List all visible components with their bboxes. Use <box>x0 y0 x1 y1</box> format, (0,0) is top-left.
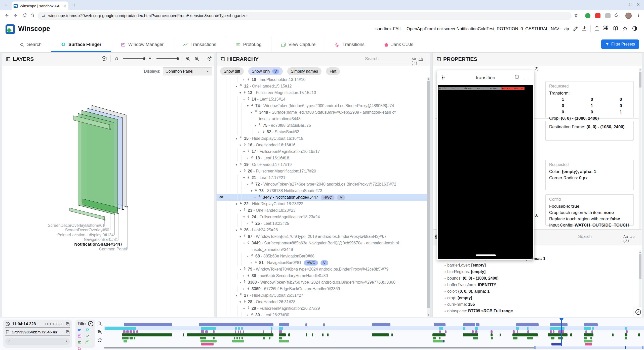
hierarchy-node[interactable]: ▾13 - FullscreenMagnification:15:15#13 <box>217 90 427 96</box>
pin-icon[interactable] <box>239 84 243 87</box>
transition-dialog-header[interactable]: transition _ <box>437 70 534 85</box>
tab-surface-flinger[interactable]: Surface Flinger <box>51 37 111 52</box>
window-maximize-icon[interactable]: ▢ <box>629 2 632 7</box>
curr-property-row[interactable]: crop: {empty} <box>433 295 640 301</box>
pin-icon[interactable] <box>243 300 246 303</box>
properties-search-input[interactable]: Search <box>578 234 592 239</box>
hierarchy-node[interactable]: ▾26 - Leaf:24:25#26 <box>217 227 427 233</box>
avatar[interactable] <box>625 13 632 19</box>
timeline-event[interactable] <box>475 327 478 330</box>
hierarchy-node[interactable]: ▾12 - OneHanded:15:15#12 <box>217 83 427 90</box>
panel-collapse-icon[interactable] <box>220 57 225 62</box>
hierarchy-node[interactable]: ▾79 - WindowToken{7046b4a type=2024 andr… <box>217 266 427 273</box>
timeline-event[interactable] <box>201 343 214 345</box>
pin-icon[interactable] <box>243 91 246 94</box>
timeline-event[interactable] <box>463 327 465 330</box>
hierarchy-node[interactable]: ▾17 - FullscreenMagnification:16:16#17 <box>217 148 427 155</box>
pin-icon[interactable] <box>247 77 250 81</box>
expand-arrow-icon[interactable]: ▾ <box>237 279 243 286</box>
timeline-event[interactable] <box>590 337 592 339</box>
hierarchy-node[interactable]: 80 - ace6abb SecondaryHomeHandle0#80 <box>217 273 427 279</box>
timeline-event[interactable] <box>133 330 135 333</box>
timeline-event[interactable] <box>433 340 444 342</box>
timeline-event[interactable] <box>516 327 519 330</box>
expand-arrow-icon[interactable]: ▾ <box>237 142 243 148</box>
tab-transactions[interactable]: Transactions <box>173 37 226 52</box>
upload-icon[interactable] <box>594 26 600 31</box>
timeline-event[interactable] <box>584 337 587 339</box>
forward-icon[interactable] <box>13 13 18 18</box>
hierarchy-node[interactable]: ▾67 - WindowToken{e5176f9 type=2019 andr… <box>217 233 427 240</box>
timeline-event[interactable] <box>130 330 132 333</box>
pin-icon[interactable] <box>251 182 254 185</box>
timeline-event[interactable] <box>372 333 389 336</box>
timeline-event[interactable] <box>130 337 133 339</box>
timeline-event[interactable] <box>443 340 445 342</box>
timeline-event[interactable] <box>433 337 436 339</box>
layer-label[interactable]: ScreenDecorOverlay#60 <box>65 228 109 232</box>
curr-property-row[interactable]: currFrame: 155 <box>433 301 640 308</box>
layer-label[interactable]: NavigationBar0#81 <box>84 237 118 242</box>
tab-search-chevron-icon[interactable] <box>4 3 8 7</box>
timeline-event[interactable] <box>584 323 598 326</box>
timeline-event[interactable] <box>239 337 240 339</box>
timeline-event[interactable] <box>199 323 273 326</box>
timeline-event[interactable] <box>187 333 273 336</box>
timeline-event[interactable] <box>279 323 289 326</box>
expand-arrow-icon[interactable]: ▾ <box>253 122 258 129</box>
scroll-top-button[interactable] <box>635 309 641 315</box>
expand-arrow-icon[interactable]: ▾ <box>237 168 243 174</box>
download-icon[interactable] <box>582 26 587 31</box>
timeline-event[interactable] <box>305 323 307 326</box>
pin-icon[interactable] <box>243 169 246 172</box>
site-settings-icon[interactable] <box>41 14 46 18</box>
extension-green-icon[interactable] <box>585 13 590 18</box>
hierarchy-node[interactable]: ▾22 - HideDisplayCutout:18:23#22 <box>217 201 427 207</box>
timeline-event[interactable] <box>238 330 239 333</box>
timeline-event[interactable] <box>288 333 290 336</box>
pin-icon[interactable] <box>247 97 250 100</box>
timeline-event[interactable] <box>527 327 529 330</box>
shortcuts-icon[interactable]: ⌘ <box>603 25 609 32</box>
new-tab-icon[interactable] <box>72 3 76 7</box>
hierarchy-scrollbar[interactable]: ▲ ▼ <box>427 77 430 317</box>
properties-scrollbar[interactable]: ▲ <box>639 68 641 241</box>
hierarchy-node[interactable]: ▾29 - FullscreenMagnification:26:27#29 <box>217 305 427 312</box>
docs-icon[interactable] <box>613 26 618 31</box>
timeline-event[interactable] <box>327 333 329 336</box>
timeline-event[interactable] <box>235 330 236 333</box>
hierarchy-node[interactable]: ▾74 - WindowToken{fdddbe6 type=2000 andr… <box>217 103 427 109</box>
pin-icon[interactable] <box>251 104 254 107</box>
expand-arrow-icon[interactable]: ▾ <box>234 201 239 207</box>
tab-protolog[interactable]: ProtoLog <box>226 37 271 52</box>
timeline-event[interactable] <box>463 333 478 336</box>
timeline-event[interactable] <box>548 333 568 336</box>
curr-property-row[interactable]: bounds: (0, 0) - (1080, 2400) <box>433 275 640 282</box>
timeline-event[interactable] <box>201 327 216 330</box>
home-icon[interactable] <box>30 13 35 18</box>
hierarchy-node[interactable]: ▾3449 - Surface(name=885b63e NavigationB… <box>217 240 427 253</box>
layer-label[interactable]: NotificationShade#3447 <box>74 242 123 247</box>
timeline-event[interactable] <box>591 330 593 333</box>
bug-icon[interactable] <box>622 26 628 31</box>
timeline-event[interactable] <box>306 333 307 336</box>
timeline-event[interactable] <box>592 327 594 330</box>
hierarchy-node[interactable]: ▾14 - Leaf:15:15#14 <box>217 96 427 103</box>
timeline-event[interactable] <box>238 327 240 330</box>
timeline-event[interactable] <box>625 327 627 330</box>
timeline-event[interactable] <box>241 327 243 330</box>
layers-3d-canvas[interactable]: ScreenDecorOverlayBottom#61ScreenDecorOv… <box>2 77 214 317</box>
pin-icon[interactable] <box>247 241 250 244</box>
pin-icon[interactable] <box>251 254 254 257</box>
expand-arrow-icon[interactable]: ▾ <box>241 174 247 181</box>
expand-arrow-icon[interactable]: ▾ <box>237 90 243 96</box>
timeline-event[interactable] <box>476 323 479 326</box>
copy-icon[interactable] <box>65 322 70 326</box>
timeline-event[interactable] <box>122 337 129 339</box>
expand-arrow-icon[interactable]: ▾ <box>237 266 243 273</box>
timeline-event[interactable] <box>472 330 474 333</box>
layer-label[interactable]: ScreenDecorOverlayBottom#61 <box>48 223 105 228</box>
timeline-event[interactable] <box>279 337 282 339</box>
hierarchy-node[interactable]: 82 - StatusBar#82 <box>217 129 427 135</box>
timeline-event[interactable] <box>638 333 640 336</box>
